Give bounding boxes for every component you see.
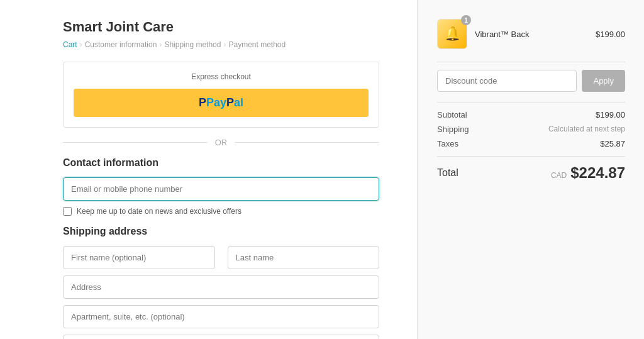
total-currency: CAD	[551, 171, 567, 180]
divider-3	[437, 156, 625, 157]
email-input[interactable]	[63, 177, 379, 201]
or-text: OR	[215, 138, 228, 147]
breadcrumb-sep-2: ›	[159, 40, 162, 49]
last-name-input[interactable]	[228, 246, 380, 269]
shipping-row: Shipping Calculated at next step	[437, 125, 625, 134]
total-amount: $224.87	[570, 164, 625, 182]
breadcrumb-customer: Customer information	[85, 40, 157, 49]
newsletter-row: Keep me up to date on news and exclusive…	[63, 207, 379, 216]
breadcrumb: Cart › Customer information › Shipping m…	[63, 40, 379, 49]
total-row: Total CAD $224.87	[437, 164, 625, 182]
total-label: Total	[437, 167, 458, 179]
product-row: 🔔 1 Vibrant™ Back $199.00	[437, 19, 625, 49]
product-price: $199.00	[596, 30, 625, 39]
express-checkout-label: Express checkout	[74, 72, 369, 81]
product-badge: 1	[461, 15, 471, 25]
breadcrumb-shipping: Shipping method	[164, 40, 221, 49]
subtotal-value: $199.00	[596, 110, 625, 119]
taxes-label: Taxes	[437, 139, 458, 148]
breadcrumb-cart[interactable]: Cart	[63, 40, 77, 49]
city-input[interactable]	[63, 335, 379, 339]
newsletter-label: Keep me up to date on news and exclusive…	[77, 207, 242, 216]
store-title: Smart Joint Care	[63, 19, 379, 35]
address-field-group	[63, 275, 379, 299]
breadcrumb-sep-1: ›	[80, 40, 82, 49]
paypal-button[interactable]: PPayPal	[74, 89, 369, 117]
address-input[interactable]	[63, 275, 379, 299]
divider-1	[437, 62, 625, 62]
first-name-input[interactable]	[63, 246, 215, 269]
email-field-group	[63, 177, 379, 201]
product-image-wrap: 🔔 1	[437, 19, 467, 49]
apartment-field-group	[63, 305, 379, 328]
apply-button[interactable]: Apply	[582, 70, 625, 92]
name-row	[63, 246, 379, 269]
paypal-logo: PPayPal	[199, 96, 243, 109]
discount-row: Apply	[437, 70, 625, 92]
breadcrumb-payment: Payment method	[228, 40, 286, 49]
taxes-row: Taxes $25.87	[437, 139, 625, 148]
order-summary-panel: 🔔 1 Vibrant™ Back $199.00 Apply Subtotal…	[418, 0, 644, 339]
subtotal-label: Subtotal	[437, 110, 467, 119]
discount-input[interactable]	[437, 70, 577, 92]
express-checkout-section: Express checkout PPayPal	[63, 62, 379, 128]
shipping-value: Calculated at next step	[548, 125, 625, 134]
breadcrumb-sep-3: ›	[223, 40, 226, 49]
newsletter-checkbox[interactable]	[63, 207, 72, 216]
city-field-group	[63, 335, 379, 339]
or-divider: OR	[63, 138, 379, 147]
contact-section-title: Contact information	[63, 157, 379, 169]
contact-section: Contact information Keep me up to date o…	[63, 157, 379, 216]
shipping-label: Shipping	[437, 125, 469, 134]
shipping-address-section: Shipping address Country Canada	[63, 226, 379, 339]
shipping-section-title: Shipping address	[63, 226, 379, 237]
total-value-wrap: CAD $224.87	[551, 164, 625, 182]
divider-2	[437, 102, 625, 103]
subtotal-row: Subtotal $199.00	[437, 110, 625, 119]
taxes-value: $25.87	[600, 139, 625, 148]
apartment-input[interactable]	[63, 305, 379, 328]
product-name: Vibrant™ Back	[475, 30, 588, 39]
